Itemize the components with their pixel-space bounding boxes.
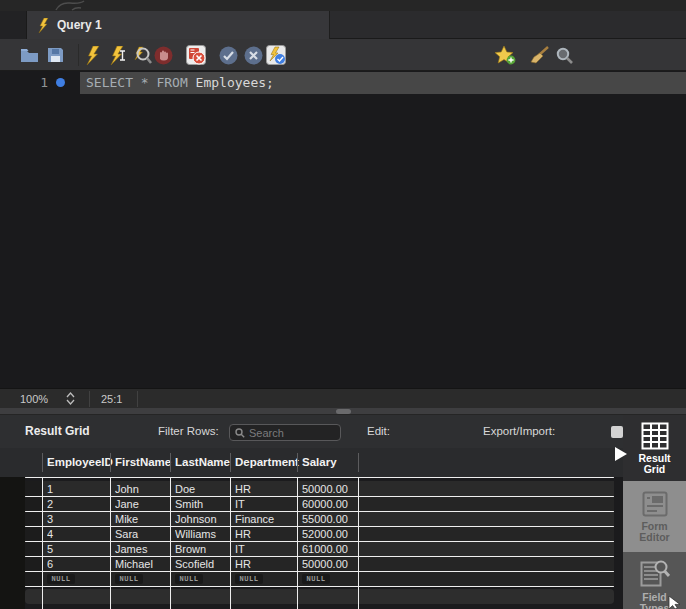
table-row[interactable]: 4SaraWilliamsHR52000.00 (25, 526, 614, 541)
stop-query-button[interactable] (152, 44, 174, 66)
row-grid-line (25, 541, 614, 542)
cell-FirstName[interactable]: Michael (115, 558, 167, 570)
null-badge[interactable]: NULL (115, 574, 143, 584)
null-badge[interactable]: NULL (302, 574, 330, 584)
header-separator (110, 453, 111, 472)
cell-FirstName[interactable]: James (115, 543, 167, 555)
sql-identifier: Employees; (196, 75, 274, 90)
wrap-cell-content-checkbox[interactable] (611, 426, 623, 438)
cell-Department[interactable]: Finance (235, 513, 294, 525)
row-grid-line (25, 571, 614, 572)
cell-LastName[interactable]: Doe (175, 483, 227, 495)
cell-Salary[interactable]: 50000.00 (302, 483, 355, 495)
broom-icon (530, 46, 550, 64)
row-selector[interactable] (25, 541, 42, 556)
cell-Salary[interactable]: 60000.00 (302, 498, 355, 510)
cell-Department[interactable]: HR (235, 528, 294, 540)
find-button[interactable] (553, 44, 575, 66)
cell-Salary[interactable]: 50000.00 (302, 558, 355, 570)
column-header-Salary[interactable]: Salary (302, 456, 337, 468)
open-file-button[interactable] (18, 44, 40, 66)
commit-button[interactable] (217, 44, 239, 66)
kill-query-icon (186, 45, 206, 65)
cell-FirstName[interactable]: Sara (115, 528, 167, 540)
kill-connection-button[interactable] (185, 44, 207, 66)
top-toolbar-strip (0, 0, 686, 11)
cell-FirstName[interactable]: Mike (115, 513, 167, 525)
table-row[interactable]: 3MikeJohnsonFinance55000.00 (25, 511, 614, 526)
execute-query-button[interactable] (81, 44, 103, 66)
row-selector[interactable] (25, 496, 42, 511)
sql-editor-toolbar: Limit to 1000 rows ¶ (0, 39, 686, 71)
search-icon (235, 428, 245, 438)
search-magnifier-icon (556, 47, 573, 64)
cell-LastName[interactable]: Scofield (175, 558, 227, 570)
cell-Department[interactable]: HR (235, 558, 294, 570)
row-selector[interactable] (25, 481, 42, 496)
partial-hand-icon (50, 0, 95, 11)
execute-current-bolt-cursor-icon (109, 46, 127, 65)
result-grid-title: Result Grid (25, 424, 90, 438)
cell-EmployeeID[interactable]: 2 (47, 498, 107, 510)
sql-editor[interactable]: 1 SELECT * FROM Employees; (0, 71, 686, 388)
header-separator (230, 453, 231, 472)
beautify-query-button[interactable] (529, 44, 551, 66)
table-row[interactable]: NULLNULLNULLNULLNULL (25, 571, 614, 586)
pane-splitter[interactable] (0, 408, 686, 415)
cell-EmployeeID[interactable]: 3 (47, 513, 107, 525)
cell-LastName[interactable]: Brown (175, 543, 227, 555)
field-types-icon (640, 559, 670, 589)
grid-empty-row[interactable] (25, 589, 614, 604)
folder-icon (20, 48, 39, 63)
tab-bar-left-gutter (0, 11, 27, 39)
explain-plan-button[interactable] (131, 44, 153, 66)
cell-LastName[interactable]: Williams (175, 528, 227, 540)
null-badge[interactable]: NULL (47, 574, 75, 584)
cell-Department[interactable]: IT (235, 498, 294, 510)
null-badge[interactable]: NULL (235, 574, 263, 584)
cell-LastName[interactable]: Johnson (175, 513, 227, 525)
splitter-handle[interactable] (336, 409, 351, 414)
cell-Salary[interactable]: 55000.00 (302, 513, 355, 525)
sidebar-item-result-grid[interactable]: Result Grid (623, 415, 686, 481)
tab-query-1[interactable]: Query 1 (27, 11, 330, 39)
cell-Department[interactable]: HR (235, 483, 294, 495)
cell-Salary[interactable]: 52000.00 (302, 528, 355, 540)
column-header-Department[interactable]: Department (235, 456, 299, 468)
cell-Department[interactable]: IT (235, 543, 294, 555)
cell-EmployeeID[interactable]: 4 (47, 528, 107, 540)
column-header-LastName[interactable]: LastName (175, 456, 230, 468)
column-header-FirstName[interactable]: FirstName (115, 456, 171, 468)
cell-EmployeeID[interactable]: 1 (47, 483, 107, 495)
row-selector[interactable] (25, 556, 42, 571)
table-row[interactable]: 2JaneSmithIT60000.00 (25, 496, 614, 511)
null-badge[interactable]: NULL (175, 574, 203, 584)
cell-LastName[interactable]: Smith (175, 498, 227, 510)
save-snippet-button[interactable] (494, 44, 516, 66)
filter-search-input[interactable]: Search (229, 424, 341, 441)
zoom-stepper[interactable] (66, 392, 75, 407)
cell-EmployeeID[interactable]: 6 (47, 558, 107, 570)
status-separator (89, 391, 90, 407)
commit-check-icon (219, 46, 238, 65)
row-selector[interactable] (25, 511, 42, 526)
statement-marker-dot (56, 78, 65, 87)
table-row[interactable]: 5JamesBrownIT61000.00 (25, 541, 614, 556)
editor-status-bar: 100% 25:1 (0, 388, 686, 408)
column-header-EmployeeID[interactable]: EmployeeID (47, 456, 113, 468)
cell-FirstName[interactable]: John (115, 483, 167, 495)
table-row[interactable]: 6MichaelScofieldHR50000.00 (25, 556, 614, 571)
toggle-autocommit-button[interactable] (265, 44, 287, 66)
result-grid-icon (641, 422, 669, 450)
cell-Salary[interactable]: 61000.00 (302, 543, 355, 555)
row-selector[interactable] (25, 526, 42, 541)
table-row[interactable]: 1JohnDoeHR50000.00 (25, 481, 614, 496)
row-selector[interactable] (25, 571, 42, 586)
active-view-arrow-icon (615, 447, 627, 461)
save-button[interactable] (44, 44, 66, 66)
rollback-button[interactable] (242, 44, 264, 66)
sidebar-item-form-editor[interactable]: Form Editor (623, 485, 686, 552)
cell-EmployeeID[interactable]: 5 (47, 543, 107, 555)
cell-FirstName[interactable]: Jane (115, 498, 167, 510)
execute-current-statement-button[interactable] (107, 44, 129, 66)
